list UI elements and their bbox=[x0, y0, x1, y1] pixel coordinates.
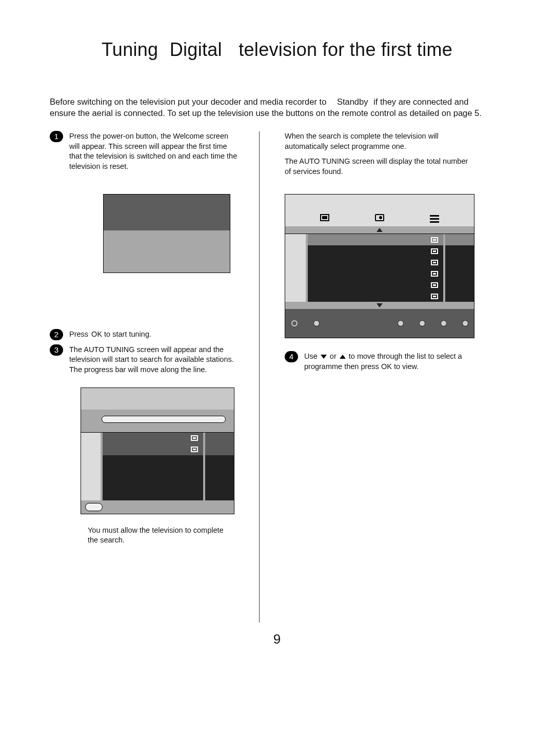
page-number: 9 bbox=[0, 631, 554, 647]
table-row bbox=[81, 444, 234, 455]
table-row bbox=[81, 478, 234, 489]
tv-icon bbox=[431, 237, 438, 243]
t3: television for the first time bbox=[239, 39, 452, 61]
t2: Digital bbox=[170, 39, 222, 61]
figure-auto-tuning-rows bbox=[81, 432, 234, 500]
progress-bar-area bbox=[81, 410, 234, 432]
step-4: 4 Use or to move through the list to sel… bbox=[285, 352, 476, 372]
chevron-up-icon bbox=[340, 355, 346, 359]
dot-icon bbox=[463, 321, 468, 326]
table-row bbox=[285, 290, 474, 302]
right-text-1: When the search is complete the televisi… bbox=[285, 131, 476, 151]
step-2-ok: OK bbox=[91, 330, 102, 338]
table-row bbox=[285, 257, 474, 268]
scroll-up-indicator bbox=[285, 226, 474, 234]
page-title: Tuning Digital television for the first … bbox=[0, 39, 554, 61]
tv-icon bbox=[191, 447, 198, 452]
step-3-text: The AUTO TUNING screen will appear and t… bbox=[69, 345, 234, 374]
left-column: 1 Press the power-on button, the Welcome… bbox=[50, 131, 241, 546]
ring-icon bbox=[291, 320, 298, 326]
table-row bbox=[285, 279, 474, 290]
tv-icon bbox=[431, 282, 438, 288]
right-text-2: The AUTO TUNING screen will display the … bbox=[285, 157, 476, 177]
scroll-down-indicator bbox=[285, 302, 474, 309]
dot-icon bbox=[314, 321, 319, 326]
dot-icon bbox=[398, 321, 403, 326]
table-row bbox=[285, 234, 474, 245]
triangle-down-icon bbox=[377, 303, 383, 307]
intro-standby: Standby bbox=[337, 96, 368, 107]
step-2-post: to start tuning. bbox=[104, 330, 151, 338]
dot-icon bbox=[441, 321, 446, 326]
step-4-a: Use bbox=[304, 352, 320, 360]
t1: Tuning bbox=[102, 39, 159, 60]
tv-icon bbox=[431, 294, 438, 299]
intro-paragraph: Before switching on the television put y… bbox=[50, 96, 496, 119]
services-footer bbox=[285, 309, 474, 338]
step-1-badge: 1 bbox=[50, 131, 63, 142]
figure-auto-tuning bbox=[81, 387, 234, 514]
column-divider bbox=[259, 131, 260, 623]
step-3-badge: 3 bbox=[50, 344, 63, 356]
step-1: 1 Press the power-on button, the Welcome… bbox=[50, 131, 241, 171]
table-row bbox=[81, 433, 234, 444]
step-4-c: to move through the list to select a pro… bbox=[304, 352, 462, 371]
step-2: 2 Press OK to start tuning. bbox=[50, 329, 241, 340]
step-1-text: Press the power-on button, the Welcome s… bbox=[69, 132, 237, 170]
figure-welcome-screen bbox=[103, 194, 230, 273]
ok-pill bbox=[85, 503, 103, 511]
intro-a: Before switching on the television put y… bbox=[50, 97, 326, 106]
right-column: When the search is complete the televisi… bbox=[285, 131, 476, 377]
figure-services-list bbox=[285, 194, 474, 338]
step-2-pre: Press bbox=[69, 330, 88, 338]
tv-icon bbox=[191, 435, 198, 441]
table-row bbox=[81, 467, 234, 478]
figure-auto-tuning-ok-row bbox=[81, 500, 234, 514]
chevron-down-icon bbox=[321, 355, 327, 359]
table-row bbox=[285, 245, 474, 257]
step-2-badge: 2 bbox=[50, 329, 63, 340]
dot-icon bbox=[420, 321, 425, 326]
table-row bbox=[285, 268, 474, 279]
step-3: 3 The AUTO TUNING screen will appear and… bbox=[50, 345, 241, 375]
tv-icon bbox=[320, 214, 329, 221]
step-4-b: or bbox=[330, 352, 339, 360]
radio-icon bbox=[375, 214, 384, 221]
services-header bbox=[285, 195, 474, 226]
tv-icon bbox=[431, 260, 438, 265]
table-row bbox=[81, 489, 234, 500]
tv-icon bbox=[431, 271, 438, 277]
figure-auto-tuning-head bbox=[81, 388, 234, 410]
figure-services-rows bbox=[285, 234, 474, 302]
step-3-note: You must allow the television to complet… bbox=[88, 526, 226, 546]
figure-welcome-dark bbox=[104, 195, 230, 230]
progress-bar bbox=[102, 416, 226, 423]
triangle-up-icon bbox=[377, 228, 383, 232]
table-row bbox=[81, 455, 234, 467]
text-icon bbox=[430, 214, 439, 221]
step-4-badge: 4 bbox=[285, 351, 298, 362]
tv-icon bbox=[431, 248, 438, 254]
